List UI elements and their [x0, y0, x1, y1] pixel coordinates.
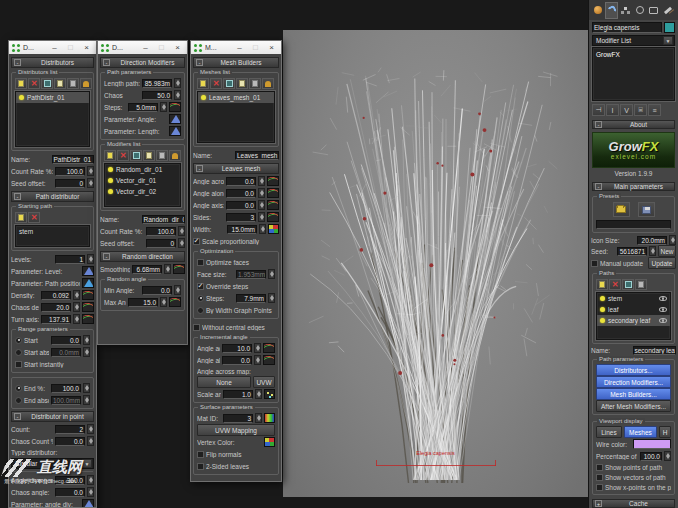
curve-icon[interactable]	[82, 302, 94, 312]
list-item[interactable]: Vector_dir_02	[105, 186, 180, 197]
distributors-titlebar[interactable]: D... – □ ×	[9, 41, 96, 54]
visibility-icon[interactable]	[659, 307, 667, 312]
visibility-icon[interactable]	[659, 318, 667, 323]
graph-points-icon[interactable]	[264, 389, 275, 399]
duplicate-icon[interactable]	[41, 78, 53, 89]
width-graph-icon[interactable]	[268, 224, 279, 234]
uvw-mapping-button[interactable]: UVW Mapping	[197, 424, 275, 436]
spinner[interactable]	[83, 383, 90, 393]
path-item-leaf[interactable]: leaf	[597, 304, 670, 315]
curve-icon[interactable]	[267, 200, 279, 210]
none-map-button[interactable]: None	[197, 376, 251, 388]
remove-modifier-icon[interactable]: ⌸	[634, 104, 647, 116]
delete-icon[interactable]: ✕	[117, 150, 129, 161]
light-icon[interactable]	[80, 78, 92, 89]
rollout-cache[interactable]: +Cache	[592, 499, 675, 508]
two-sided-checkbox[interactable]	[197, 463, 204, 470]
spinner[interactable]	[649, 246, 656, 256]
spinner[interactable]	[258, 200, 265, 210]
spinner[interactable]	[254, 355, 261, 365]
utilities-tab[interactable]	[661, 2, 674, 19]
meshes-list[interactable]: Leaves_mesh_01	[197, 91, 275, 143]
delete-icon[interactable]: ✕	[210, 78, 222, 89]
add-icon[interactable]	[596, 279, 608, 290]
spinner[interactable]	[83, 395, 90, 405]
list-item[interactable]: stem	[16, 226, 89, 237]
meshes-button[interactable]: Meshes	[624, 426, 657, 438]
spinner[interactable]	[87, 436, 94, 446]
spinner[interactable]	[73, 290, 80, 300]
end-field[interactable]: 100.0	[51, 384, 81, 393]
spinner[interactable]	[164, 264, 171, 274]
modifiers-list[interactable]: Random_dir_01 Vector_dir_01 Vector_dir_0…	[104, 163, 181, 207]
icon-size-field[interactable]: 20.0mm	[637, 236, 667, 245]
duplicate-icon[interactable]	[130, 150, 142, 161]
curve-icon[interactable]	[263, 355, 275, 365]
rollout-distributor-in-point[interactable]: -Distributor in point	[11, 411, 94, 422]
list-item[interactable]: Vector_dir_01	[105, 175, 180, 186]
type-distributor-dropdown[interactable]: Circular▼	[11, 458, 94, 469]
add-icon[interactable]	[15, 78, 27, 89]
inc-angle-across-field[interactable]: 10.0	[222, 344, 252, 353]
curve-icon[interactable]	[82, 290, 94, 300]
pin-stack-icon[interactable]: ⊣	[592, 104, 605, 116]
name-field[interactable]: Leaves_mesh_01	[235, 151, 279, 160]
angle-divergence-field[interactable]: 360.0	[55, 476, 85, 485]
name-field[interactable]: PathDistr_01	[52, 155, 95, 164]
path-item-secondary-leaf[interactable]: secondary leaf	[597, 315, 670, 326]
collapse-icon[interactable]: -	[595, 183, 602, 190]
spinner[interactable]	[669, 235, 676, 245]
by-width-radio[interactable]	[197, 307, 204, 314]
create-tab[interactable]	[591, 2, 604, 19]
path-item-stem[interactable]: stem	[597, 293, 670, 304]
object-name-field[interactable]: Elegia capensis	[592, 22, 662, 33]
visibility-icon[interactable]	[659, 296, 667, 301]
modify-tab[interactable]	[605, 2, 618, 19]
close-icon[interactable]: ×	[265, 43, 278, 53]
spinner[interactable]	[87, 487, 94, 497]
duplicate-icon[interactable]	[622, 279, 634, 290]
curve-icon[interactable]	[267, 188, 279, 198]
steps-field[interactable]: 7.9mm	[236, 294, 266, 303]
rollout-random-direction[interactable]: -Random direction	[100, 251, 185, 262]
seed-offset-field[interactable]: 0	[55, 179, 85, 188]
graph-icon[interactable]	[82, 499, 94, 507]
lines-button[interactable]: Lines	[596, 426, 622, 438]
spinner[interactable]	[258, 212, 265, 222]
optimize-faces-checkbox[interactable]	[197, 259, 204, 266]
width-field[interactable]: 15.0mm	[227, 225, 257, 234]
collapse-icon[interactable]: -	[103, 59, 110, 66]
make-unique-icon[interactable]: V	[620, 104, 633, 116]
angle-across-field[interactable]: 0.0	[226, 177, 256, 186]
collapse-icon[interactable]: -	[595, 121, 602, 128]
curve-icon[interactable]	[263, 343, 275, 353]
collapse-icon[interactable]: -	[196, 165, 203, 172]
starting-path-list[interactable]: stem	[15, 225, 90, 247]
graph-icon[interactable]	[169, 114, 181, 124]
close-icon[interactable]: ×	[80, 43, 93, 53]
spinner[interactable]	[268, 269, 275, 279]
graph-icon[interactable]	[82, 266, 94, 276]
chaos-field[interactable]: 50.0	[142, 91, 172, 100]
radio-end[interactable]	[15, 385, 22, 392]
spinner[interactable]	[174, 90, 181, 100]
collapse-icon[interactable]: +	[595, 500, 602, 507]
chaos-count-field[interactable]: 0.0	[55, 437, 85, 446]
minimize-icon[interactable]: –	[233, 43, 246, 53]
update-button[interactable]: Update	[648, 257, 676, 269]
manual-update-checkbox[interactable]	[591, 260, 598, 267]
spinner[interactable]	[255, 389, 262, 399]
minimize-icon[interactable]: –	[139, 43, 152, 53]
save-preset-button[interactable]	[638, 202, 655, 217]
scale-angle-field[interactable]: 1.0	[223, 390, 253, 399]
spinner[interactable]	[178, 238, 185, 248]
smoothing-field[interactable]: 6.68mm	[132, 265, 162, 274]
graph-icon[interactable]	[169, 126, 181, 136]
length-path-field[interactable]: 85.983m	[142, 79, 172, 88]
without-central-checkbox[interactable]	[193, 324, 200, 331]
count-rate-field[interactable]: 100.0	[146, 227, 176, 236]
paste-icon[interactable]	[156, 150, 168, 161]
spinner[interactable]	[259, 224, 266, 234]
object-color-swatch[interactable]	[664, 22, 675, 33]
mesh-builders-button[interactable]: Mesh Builders...	[596, 388, 671, 400]
